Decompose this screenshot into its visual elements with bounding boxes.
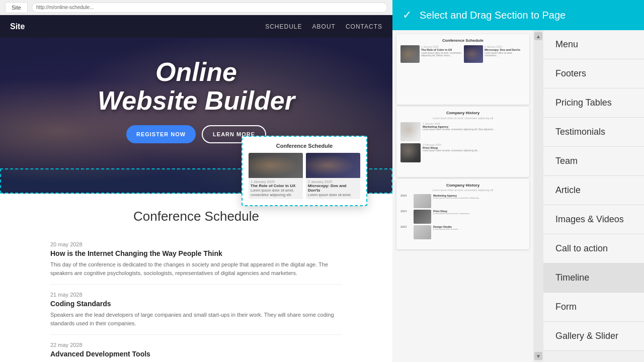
conference-section: Conference Schedule 20 may 2028 How is t… [0,194,392,362]
fc-date-0: 1 January 2025 [251,180,301,184]
section-item-form[interactable]: Form [543,293,644,322]
hero-title: OnlineWebsite Builder [10,58,382,115]
nav-contacts[interactable]: CONTACTS [346,23,382,30]
thumb-hist-title: Company History [400,111,525,115]
thumb-hist-item-0: 1 January 2025 Marketing Agency Lorem ip… [400,122,525,141]
thumb-hist2-img-0 [414,194,431,208]
thumb-hist2-items: 2025 Marketing Agency Lorem ipsum dolor … [400,194,525,239]
schedule-desc-0: This day of the conference is dedicated … [50,260,342,277]
schedule-title-2: Advanced Development Tools [50,350,342,358]
thumb-hist-item-1: 2 February 2024 Print Shop Lorem ipsum d… [400,143,525,162]
nav-about[interactable]: ABOUT [312,23,336,30]
schedule-date-2: 22 may 2028 [50,342,342,348]
scroll-up-arrow[interactable]: ▲ [534,32,542,40]
fc-image-0 [249,153,303,178]
section-item-footers[interactable]: Footers [543,59,644,88]
thumbnail-company-history-2[interactable]: Company History Lorem ipsum dolor sit am… [396,179,529,249]
fc-text-0: 1 January 2025 The Role of Color in UX L… [249,178,303,199]
thumb-hist2-text-2: Design Studio Lorem ipsum dolor sit amet… [433,225,525,231]
thumb-conf-item-0: 1 January 2025 The Role of Color in UX L… [400,45,462,63]
nav-schedule[interactable]: SCHEDULE [265,23,302,30]
floating-card-grid: 1 January 2025 The Role of Color in UX L… [249,153,360,199]
browser-bar: Site http://m/online-schedule... [0,0,392,15]
section-item-testimonials[interactable]: Testimonials [543,118,644,147]
thumb-hist-text-1: 2 February 2024 Print Shop Lorem ipsum d… [423,143,525,152]
thumb-hist-visual: Company History Lorem ipsum dolor sit am… [396,107,529,177]
section-item-gallery-slider[interactable]: Gallery & Slider [543,322,644,351]
thumb-conf-title: Conference Schedule [400,38,525,43]
section-item-images-videos[interactable]: Images & Videos [543,205,644,234]
fc-event-desc-1: Lorem ipsum dolor sit amet. [308,193,358,197]
schedule-title-0: How is the Internet Changing the Way Peo… [50,249,342,257]
thumb-hist2-item-2: 2023 Design Studio Lorem ipsum dolor sit… [400,225,525,239]
section-item-timeline[interactable]: Timeline [543,263,644,293]
schedule-item-2: 22 may 2028 Advanced Development Tools W… [50,335,342,362]
section-item-menu[interactable]: Menu [543,30,644,59]
schedule-date-1: 21 may 2028 [50,292,342,298]
tab-label: Site [12,5,21,11]
thumb-conf-img-1 [464,45,483,63]
fc-date-1: 2 January 2025 [308,180,358,184]
thumb-hist-text-0: 1 January 2025 Marketing Agency Lorem ip… [423,122,525,131]
thumbnail-conference[interactable]: Conference Schedule 1 January 2025 The R… [396,34,529,105]
thumb-conf-img-0 [400,45,420,63]
right-panel: ✓ Select and Drag Section to Page Confer… [392,0,644,362]
floating-card-title: Conference Schedule [249,143,360,149]
fc-item-1: 2 January 2025 Microcopy: Dos and Don'ts… [306,153,360,199]
fc-event-title-1: Microcopy: Dos and Don'ts [308,184,358,193]
thumb-hist2-item-0: 2025 Marketing Agency Lorem ipsum dolor … [400,194,525,208]
sections-list: Menu Footers Pricing Tables Testimonials… [543,30,644,362]
register-button[interactable]: REGISTER NOW [126,125,196,143]
schedule-list: 20 may 2028 How is the Internet Changing… [50,234,342,362]
fc-image-1 [306,153,360,178]
section-item-article[interactable]: Article [543,176,644,205]
thumb-conf-text-1: 2 January 2025 Microcopy: Dos and Don'ts… [485,45,525,63]
thumb-hist2-item-1: 2024 Print Shop Lorem ipsum dolor sit am… [400,210,525,224]
thumb-hist-img-0 [400,122,421,141]
thumbnail-company-history[interactable]: Company History Lorem ipsum dolor sit am… [396,107,529,177]
thumb-hist-items: 1 January 2025 Marketing Agency Lorem ip… [400,122,525,162]
thumb-conf-grid: 1 January 2025 The Role of Color in UX L… [400,45,525,63]
schedule-item-1: 21 may 2028 Coding Standards Speakers ar… [50,285,342,335]
section-item-team[interactable]: Team [543,147,644,176]
fc-event-desc-0: Lorem ipsum dolor sit amet, consectetur … [251,188,301,197]
site-header: Site SCHEDULE ABOUT CONTACTS [0,15,392,38]
sections-container: Conference Schedule 1 January 2025 The R… [392,30,644,362]
schedule-date-0: 20 may 2028 [50,241,342,247]
thumb-hist2-sub: Lorem ipsum dolor sit amet, consectetur … [400,189,525,192]
thumb-hist2-img-2 [414,225,431,239]
thumbnails-area: Conference Schedule 1 January 2025 The R… [392,30,533,362]
section-item-call-to-action[interactable]: Call to action [543,234,644,263]
thumb-hist2-title: Company History [400,183,525,188]
top-bar-title: Select and Drag Section to Page [420,10,566,21]
check-icon: ✓ [403,9,412,22]
scroll-down-arrow[interactable]: ▼ [534,352,542,360]
top-bar: ✓ Select and Drag Section to Page [392,0,644,30]
thumb-conf-text-0: 1 January 2025 The Role of Color in UX L… [421,45,462,63]
conference-section-title: Conference Schedule [50,209,342,224]
browser-url: http://m/online-schedule... [32,3,387,13]
site-logo: Site [10,22,25,31]
browser-tab: Site [5,2,28,13]
thumb-hist2-img-1 [414,210,431,224]
thumb-hist2-text-1: Print Shop Lorem ipsum dolor sit amet, c… [433,210,525,215]
thumb-hist-sub: Lorem ipsum dolor sit amet, consectetur … [400,117,525,120]
thumb-hist2-visual: Company History Lorem ipsum dolor sit am… [396,179,529,249]
section-item-pricing-tables[interactable]: Pricing Tables [543,88,644,118]
thumb-conf-visual: Conference Schedule 1 January 2025 The R… [396,34,529,105]
fc-text-1: 2 January 2025 Microcopy: Dos and Don'ts… [306,178,360,199]
schedule-title-1: Coding Standards [50,300,342,308]
schedule-desc-1: Speakers are the lead developers of larg… [50,311,342,327]
fc-item-0: 1 January 2025 The Role of Color in UX L… [249,153,303,199]
schedule-item-0: 20 may 2028 How is the Internet Changing… [50,234,342,285]
fc-event-title-0: The Role of Color in UX [251,184,301,188]
scroll-arrows: ▲ ▼ [533,30,543,362]
thumb-hist2-text-0: Marketing Agency Lorem ipsum dolor sit a… [433,194,525,200]
thumb-hist-img-1 [400,143,421,162]
website-preview: Site http://m/online-schedule... Site SC… [0,0,392,362]
floating-drag-card[interactable]: Conference Schedule 1 January 2025 The R… [242,136,367,206]
site-nav: SCHEDULE ABOUT CONTACTS [265,23,382,30]
thumb-conf-item-1: 2 January 2025 Microcopy: Dos and Don'ts… [464,45,525,63]
